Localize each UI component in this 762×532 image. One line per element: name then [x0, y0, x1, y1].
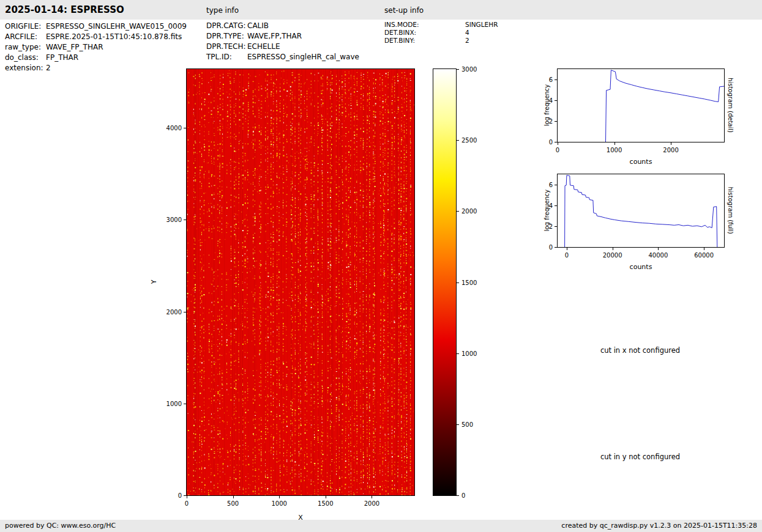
histogram-full-y-tickmark — [555, 205, 557, 206]
cut-x-message: cut in x not configured — [600, 346, 680, 355]
histogram-detail-y-tickmark — [555, 100, 557, 101]
histogram-full-x-tickmark — [613, 248, 613, 250]
raw-image-frame — [186, 68, 415, 496]
histogram-full-y-tick-label: 4 — [549, 202, 553, 209]
colorbar-tick-label: 2500 — [461, 137, 477, 144]
dprtype-label: DPR.TYPE: — [206, 32, 244, 40]
histogram-detail-y-tickmark — [555, 79, 557, 80]
info-row-extension: extension: 2 — [5, 64, 43, 74]
origfile-value: ESPRESSO_SINGLEHR_WAVE015_0009 — [46, 22, 187, 31]
raw-y-tickmark — [184, 220, 186, 220]
histogram-detail-frame — [557, 68, 725, 142]
raw-image-canvas — [187, 69, 414, 495]
raw-y-tickmark — [184, 495, 186, 496]
detbinx-value: 4 — [465, 29, 469, 36]
detbiny-label: DET.BINY: — [384, 37, 415, 44]
histogram-detail-y-tick-label: 2 — [549, 118, 553, 125]
raw-y-tick-label: 1000 — [166, 400, 182, 407]
histogram-full-plot — [558, 174, 724, 247]
dprtech-label: DPR.TECH: — [206, 42, 246, 51]
raw-y-tick-label: 2000 — [166, 308, 182, 315]
histogram-detail-y-tick-label: 4 — [549, 97, 553, 104]
raw-y-tickmark — [184, 128, 186, 128]
raw-yaxis-label: Y — [150, 280, 158, 284]
arcfile-label: ARCFILE: — [5, 32, 37, 41]
raw-x-tickmark — [372, 496, 372, 498]
histogram-full-x-tickmark — [704, 248, 704, 250]
raw-x-tick-label: 2000 — [364, 500, 379, 507]
histogram-full-xaxis-label: counts — [630, 263, 652, 271]
raw-x-tick-label: 1000 — [271, 500, 286, 507]
type-info-heading: type info — [206, 6, 239, 15]
detbiny-value: 2 — [465, 37, 469, 44]
colorbar-tick-label: 0 — [461, 492, 465, 499]
info-row-dprtype: DPR.TYPE: WAVE,FP,THAR — [206, 32, 244, 42]
histogram-detail-y-tick-label: 0 — [549, 139, 553, 146]
histogram-full-y-tick-label: 2 — [549, 223, 553, 230]
info-row-detbinx: DET.BINX: 4 — [384, 29, 416, 37]
arcfile-value: ESPRE.2025-01-15T10:45:10.878.fits — [46, 32, 182, 41]
insmode-value: SINGLEHR — [465, 21, 498, 28]
raw-y-tickmark — [184, 404, 186, 404]
colorbar-tick-label: 500 — [461, 421, 473, 427]
histogram-detail-y-tickmark — [555, 142, 557, 142]
colorbar-tickmark — [457, 140, 459, 141]
raw-x-tick-label: 500 — [227, 500, 239, 507]
histogram-detail-x-tick-label: 2000 — [663, 147, 678, 153]
info-row-dprcatg: DPR.CATG: CALIB — [206, 21, 246, 32]
histogram-detail-x-tick-label: 1000 — [607, 147, 622, 153]
rawtype-value: WAVE_FP_THAR — [46, 43, 103, 51]
dprcatg-label: DPR.CATG: — [206, 21, 246, 30]
colorbar-tickmark — [457, 495, 459, 496]
dprtech-value: ECHELLE — [247, 42, 280, 51]
dprtype-value: WAVE,FP,THAR — [247, 32, 302, 40]
colorbar-tickmark — [457, 424, 459, 425]
raw-y-tick-label: 4000 — [166, 125, 182, 131]
info-row-insmode: INS.MODE: SINGLEHR — [384, 21, 419, 29]
insmode-label: INS.MODE: — [384, 21, 419, 28]
origfile-label: ORIGFILE: — [5, 22, 41, 31]
histogram-full-x-tick-label: 20000 — [603, 252, 622, 259]
detbinx-label: DET.BINX: — [384, 29, 416, 36]
page-title: 2025-01-14: ESPRESSO — [5, 4, 124, 15]
info-row-tplid: TPL.ID: ESPRESSO_singleHR_cal_wave — [206, 53, 232, 63]
histogram-full-title: histogram (full) — [727, 187, 734, 234]
histogram-full-y-tick-label: 6 — [549, 182, 553, 188]
colorbar-tickmark — [457, 353, 459, 354]
colorbar-canvas — [433, 69, 456, 495]
doclass-value: FP_THAR — [46, 53, 78, 62]
histogram-detail-xaxis-label: counts — [630, 158, 652, 166]
colorbar-tick-label: 3000 — [461, 66, 477, 73]
histogram-full-y-tickmark — [555, 185, 557, 185]
qc-report-page: 2025-01-14: ESPRESSO type info set-up in… — [0, 0, 762, 532]
colorbar-tick-label: 1500 — [461, 279, 477, 286]
raw-x-tick-label: 0 — [185, 500, 189, 507]
histogram-full-line — [565, 175, 717, 247]
histogram-full-x-tickmark — [658, 248, 659, 250]
info-row-detbiny: DET.BINY: 2 — [384, 37, 415, 45]
colorbar-tickmark — [457, 211, 459, 212]
dprcatg-value: CALIB — [247, 21, 269, 30]
histogram-detail-y-tick-label: 6 — [549, 76, 553, 83]
histogram-full-y-tick-label: 0 — [549, 244, 553, 251]
tplid-value: ESPRESSO_singleHR_cal_wave — [247, 53, 359, 61]
histogram-detail-x-tickmark — [558, 142, 558, 145]
footer-created-by: created by qc_rawdisp.py v1.2.3 on 2025-… — [561, 522, 757, 530]
histogram-full-x-tick-label: 0 — [565, 252, 569, 259]
colorbar-tick-label: 1000 — [461, 350, 477, 357]
histogram-full-x-tick-label: 60000 — [694, 252, 714, 259]
extension-value: 2 — [46, 64, 51, 72]
histogram-detail-title: histogram (detail) — [727, 78, 734, 133]
histogram-detail-plot — [558, 69, 724, 142]
raw-x-tickmark — [187, 496, 187, 498]
rawtype-label: raw_type: — [5, 43, 41, 51]
cut-y-message: cut in y not configured — [600, 453, 680, 461]
histogram-full-y-tickmark — [555, 226, 557, 227]
tplid-label: TPL.ID: — [206, 53, 232, 61]
histogram-detail-x-tickmark — [614, 142, 615, 145]
info-row-origfile: ORIGFILE: ESPRESSO_SINGLEHR_WAVE015_0009 — [5, 22, 41, 32]
raw-y-tick-label: 0 — [178, 492, 182, 499]
raw-x-tickmark — [326, 496, 326, 498]
info-row-doclass: do_class: FP_THAR — [5, 53, 39, 64]
histogram-detail-x-tick-label: 0 — [556, 147, 559, 153]
